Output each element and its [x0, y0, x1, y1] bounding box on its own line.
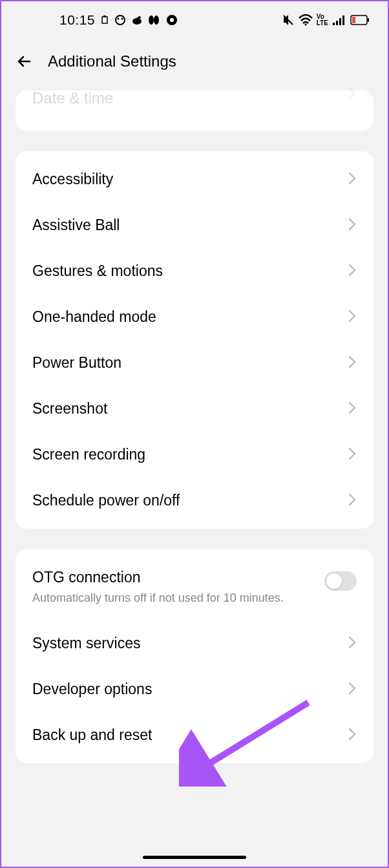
svg-rect-20 [352, 17, 355, 23]
back-up-reset-item[interactable]: Back up and reset [16, 712, 373, 758]
svg-rect-17 [342, 16, 344, 25]
developer-options-item[interactable]: Developer options [16, 666, 373, 712]
circle-icon [114, 14, 126, 26]
status-bar: 10:15 VoLTE [1, 1, 388, 39]
item-label: Developer options [32, 681, 152, 698]
svg-point-9 [154, 16, 159, 25]
svg-rect-1 [103, 16, 106, 17]
item-text: OTG connection Automatically turns off i… [32, 569, 324, 606]
settings-content: Date & time Accessibility Assistive Ball… [1, 84, 388, 784]
status-time: 10:15 [59, 12, 95, 28]
chevron-right-icon [348, 635, 357, 652]
chevron-right-icon [348, 447, 357, 463]
charging-icon [100, 16, 109, 25]
item-label: Schedule power on/off [32, 492, 180, 509]
chevron-right-icon [348, 309, 357, 326]
signal-icon [332, 14, 346, 26]
wifi-icon [299, 14, 313, 26]
item-label: Assistive Ball [32, 217, 120, 234]
svg-point-11 [170, 18, 174, 22]
reddit-icon [131, 14, 143, 26]
item-label: Gestures & motions [32, 262, 163, 280]
assistive-ball-item[interactable]: Assistive Ball [16, 202, 373, 248]
status-left: 10:15 [59, 12, 178, 28]
settings-card-accessibility: Accessibility Assistive Ball Gestures & … [16, 151, 373, 529]
svg-point-3 [118, 18, 120, 20]
home-indicator[interactable] [143, 856, 246, 859]
screen-recording-item[interactable]: Screen recording [16, 432, 373, 478]
svg-rect-0 [102, 17, 107, 23]
back-button[interactable] [14, 51, 35, 72]
svg-point-4 [121, 18, 123, 20]
gestures-motions-item[interactable]: Gestures & motions [16, 248, 373, 294]
battery-icon [350, 15, 370, 25]
schedule-power-item[interactable]: Schedule power on/off [16, 478, 373, 524]
item-label: Back up and reset [32, 726, 152, 744]
chevron-right-icon [348, 263, 357, 280]
mute-icon [282, 14, 295, 26]
system-services-item[interactable]: System services [16, 620, 373, 666]
power-button-item[interactable]: Power Button [16, 340, 373, 386]
svg-rect-16 [339, 18, 341, 25]
status-right: VoLTE [282, 14, 370, 26]
volte-icon: VoLTE [317, 14, 328, 26]
chevron-right-icon [348, 401, 357, 418]
chevron-right-icon [348, 681, 357, 698]
date-time-item-partial[interactable]: Date & time [16, 89, 373, 115]
item-sublabel: Automatically turns off if not used for … [32, 590, 291, 606]
toggle-knob [326, 573, 342, 589]
page-title: Additional Settings [48, 52, 176, 70]
item-label: Date & time [32, 89, 113, 107]
item-label: System services [32, 635, 140, 652]
screenshot-item[interactable]: Screenshot [16, 386, 373, 432]
accessibility-item[interactable]: Accessibility [16, 156, 373, 202]
item-label: Accessibility [32, 171, 113, 188]
pills-icon [148, 14, 161, 26]
app-header: Additional Settings [1, 39, 388, 84]
svg-rect-19 [368, 18, 369, 22]
otg-toggle[interactable] [324, 571, 357, 591]
chevron-right-icon [348, 355, 357, 372]
item-label: OTG connection [32, 569, 324, 586]
arrow-left-icon [16, 52, 34, 70]
chevron-right-icon [348, 492, 357, 509]
item-label: Power Button [32, 354, 121, 372]
one-handed-mode-item[interactable]: One-handed mode [16, 294, 373, 340]
svg-rect-14 [333, 23, 335, 25]
svg-rect-15 [336, 21, 338, 25]
otg-connection-item[interactable]: OTG connection Automatically turns off i… [16, 555, 373, 620]
settings-card-system: OTG connection Automatically turns off i… [16, 549, 373, 763]
item-label: Screen recording [32, 446, 145, 463]
svg-point-13 [304, 24, 306, 26]
item-label: One-handed mode [32, 308, 156, 326]
chevron-right-icon [348, 217, 357, 234]
svg-point-2 [116, 16, 125, 25]
chevron-right-icon [348, 87, 357, 105]
svg-point-8 [149, 16, 154, 25]
item-label: Screenshot [32, 400, 107, 418]
chevron-right-icon [348, 171, 357, 188]
svg-point-5 [132, 18, 142, 25]
circle-dot-icon [166, 14, 178, 26]
chevron-right-icon [348, 727, 357, 744]
settings-card-datetime: Date & time [16, 90, 373, 131]
